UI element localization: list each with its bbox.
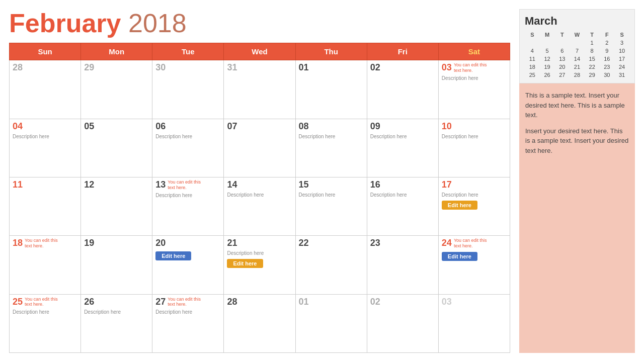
mini-cal-cell: 5: [540, 47, 555, 55]
day-number: 14: [227, 179, 237, 190]
calendar-week-1: 04Description here0506Description here07…: [10, 119, 510, 177]
calendar-cell-4-4: 01: [295, 294, 367, 352]
calendar-cell-3-2: 20Edit here: [152, 236, 224, 294]
day-number: 21: [227, 238, 237, 248]
edit-note: You can edit this text here.: [168, 179, 203, 191]
mini-cal-cell: [554, 39, 570, 47]
calendar-header: Sun Mon Tue Wed Thu Fri Sat: [10, 43, 510, 60]
edit-note: You can edit this text here.: [454, 62, 489, 73]
mini-cal-week-0: 123: [525, 39, 629, 47]
mini-cal-cell: 22: [585, 63, 600, 71]
mini-cal-cell: 25: [525, 71, 540, 79]
edit-button[interactable]: Edit here: [442, 252, 477, 261]
mini-cal-week-3: 18192021222324: [525, 63, 629, 71]
day-description: Description here: [370, 134, 435, 139]
mini-cal-cell: 16: [600, 55, 615, 63]
mini-cal-day-header: S: [525, 31, 540, 39]
mini-cal-week-2: 11121314151617: [525, 55, 629, 63]
day-number: 03: [442, 297, 452, 307]
edit-button[interactable]: Edit here: [442, 201, 477, 210]
edit-note: You can edit this text here.: [168, 297, 203, 308]
edit-button[interactable]: Edit here: [227, 259, 263, 268]
mini-cal-cell: 23: [600, 63, 615, 71]
col-fri: Fri: [367, 43, 438, 60]
mini-cal-cell: 19: [540, 63, 555, 71]
mini-cal-cell: [540, 39, 555, 47]
calendar-cell-1-5: 09Description here: [367, 119, 438, 177]
day-description: Description here: [442, 192, 507, 198]
calendar-cell-4-6: 03: [438, 294, 510, 352]
day-number: 03: [442, 62, 452, 73]
day-description: Description here: [299, 192, 364, 198]
calendar-week-2: 111213You can edit this text here.Descri…: [10, 177, 510, 235]
day-number: 27: [155, 297, 166, 307]
calendar-cell-0-4: 01: [295, 60, 367, 119]
calendar-cell-4-2: 27You can edit this text here.Descriptio…: [152, 294, 224, 352]
day-description: Description here: [370, 192, 435, 198]
mini-cal-cell: 4: [525, 47, 540, 55]
mini-cal-day-header: F: [600, 31, 615, 39]
edit-note: You can edit this text here.: [25, 238, 60, 249]
calendar-cell-0-5: 02: [367, 60, 438, 119]
mini-cal-cell: 12: [540, 55, 555, 63]
day-number: 28: [13, 62, 23, 73]
day-description: Description here: [442, 134, 507, 139]
mini-cal-day-header: S: [614, 31, 629, 39]
month-label: February: [9, 9, 121, 38]
mini-cal-cell: 27: [554, 71, 570, 79]
calendar-week-3: 18You can edit this text here.1920Edit h…: [10, 236, 510, 294]
day-number: 24: [442, 238, 452, 248]
day-number: 26: [84, 297, 94, 307]
day-number: 10: [442, 121, 452, 132]
calendar-cell-1-2: 06Description here: [152, 119, 224, 177]
day-number: 25: [13, 297, 23, 307]
mini-cal-cell: 9: [600, 47, 615, 55]
mini-cal-week-4: 25262728293031: [525, 71, 629, 79]
sidebar: March SMTWTFS 12345678910111213141516171…: [519, 9, 635, 353]
day-number: 22: [299, 238, 309, 248]
mini-calendar: SMTWTFS 12345678910111213141516171819202…: [525, 31, 629, 79]
calendar-cell-4-3: 28: [224, 294, 295, 352]
day-number: 04: [13, 121, 23, 132]
day-description: Description here: [155, 134, 220, 139]
mini-cal-cell: 30: [600, 71, 615, 79]
mini-cal-cell: 11: [525, 55, 540, 63]
calendar-cell-4-1: 26Description here: [81, 294, 152, 352]
mini-cal-cell: 18: [525, 63, 540, 71]
day-description: Description here: [227, 250, 292, 256]
mini-cal-cell: 7: [570, 47, 585, 55]
day-number: 02: [370, 297, 380, 307]
calendar-cell-2-6: 17Description hereEdit here: [438, 177, 510, 235]
calendar-cell-3-4: 22: [295, 236, 367, 294]
mini-cal-cell: 17: [614, 55, 629, 63]
day-number: 15: [299, 179, 309, 190]
mini-cal-cell: 29: [585, 71, 600, 79]
page-title: February 2018: [9, 9, 510, 38]
col-wed: Wed: [224, 43, 295, 60]
col-tue: Tue: [152, 43, 224, 60]
day-description: Description here: [84, 309, 149, 315]
day-number: 29: [84, 62, 94, 73]
calendar-cell-3-1: 19: [81, 236, 152, 294]
col-thu: Thu: [295, 43, 367, 60]
col-sat: Sat: [438, 43, 510, 60]
edit-button[interactable]: Edit here: [155, 251, 191, 260]
mini-cal-cell: 10: [614, 47, 629, 55]
day-number: 16: [370, 179, 380, 190]
mini-cal-cell: 26: [540, 71, 555, 79]
day-description: Description here: [442, 75, 507, 81]
calendar-cell-2-4: 15Description here: [295, 177, 367, 235]
calendar-cell-3-3: 21Description hereEdit here: [224, 236, 295, 294]
mini-cal-cell: 1: [585, 39, 600, 47]
calendar-cell-2-5: 16Description here: [367, 177, 438, 235]
mini-cal-cell: 2: [600, 39, 615, 47]
sidebar-text-box: This is a sample text. Insert your desir…: [519, 83, 635, 353]
mini-cal-day-header: T: [585, 31, 600, 39]
day-description: Description here: [227, 192, 292, 198]
day-number: 28: [227, 297, 237, 307]
day-description: Description here: [13, 309, 77, 315]
calendar-cell-3-0: 18You can edit this text here.: [10, 236, 81, 294]
mini-cal-cell: 21: [570, 63, 585, 71]
day-description: Description here: [155, 309, 220, 315]
calendar-week-4: 25You can edit this text here.Descriptio…: [10, 294, 510, 352]
